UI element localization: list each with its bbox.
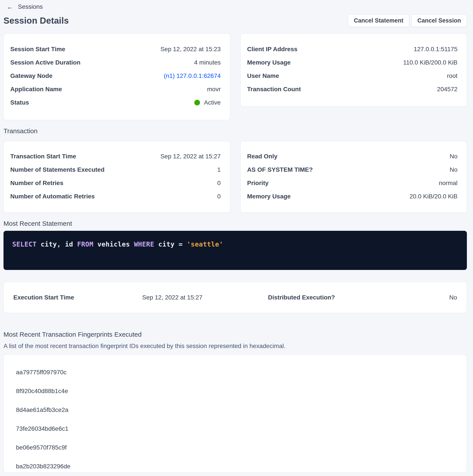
row-session-active-duration: Session Active Duration 4 minutes — [10, 56, 221, 69]
sql-keyword: WHERE — [134, 240, 158, 248]
session-details-page: ← Sessions Session Details Cancel Statem… — [0, 0, 473, 473]
transaction-left-card: Transaction Start Time Sep 12, 2022 at 1… — [3, 141, 230, 213]
action-buttons: Cancel Statement Cancel Session — [348, 15, 467, 27]
row-user-name: User Name root — [247, 69, 458, 83]
row-label: Number of Statements Executed — [10, 166, 104, 173]
client-info-card: Client IP Address 127.0.0.1:51175 Memory… — [240, 34, 467, 106]
row-value: No — [450, 153, 457, 160]
gateway-node-link[interactable]: (n1) 127.0.0.1:62674 — [164, 72, 221, 79]
row-transaction-start-time: Transaction Start Time Sep 12, 2022 at 1… — [10, 150, 221, 163]
back-arrow-icon: ← — [7, 3, 14, 10]
row-value: 204572 — [437, 86, 457, 93]
row-label: Client IP Address — [247, 46, 297, 53]
row-value: Sep 12, 2022 at 15:23 — [161, 46, 221, 53]
row-value: movr — [207, 86, 221, 93]
row-label: Gateway Node — [10, 72, 52, 79]
sql-text: city = — [158, 240, 187, 248]
row-txn-memory-usage: Memory Usage 20.0 KiB/20.0 KiB — [247, 190, 458, 203]
row-value: 127.0.0.1:51175 — [414, 46, 457, 53]
row-value: No — [449, 294, 457, 301]
row-automatic-retries: Number of Automatic Retries 0 — [10, 190, 221, 203]
row-label: Number of Automatic Retries — [10, 193, 95, 200]
row-client-ip: Client IP Address 127.0.0.1:51175 — [247, 42, 458, 56]
sql-statement-box: SELECT city, id FROM vehicles WHERE city… — [3, 231, 467, 270]
row-label: Session Active Duration — [10, 59, 81, 66]
row-label: Application Name — [10, 86, 62, 93]
row-transaction-count: Transaction Count 204572 — [247, 83, 458, 96]
row-value: No — [450, 166, 457, 173]
back-link-label: Sessions — [18, 3, 43, 10]
execution-summary-card: Execution Start Time Sep 12, 2022 at 15:… — [3, 282, 467, 313]
fingerprints-section-heading: Most Recent Transaction Fingerprints Exe… — [3, 330, 467, 339]
fingerprint-item: be06e9570f785c9f — [16, 438, 467, 457]
fingerprint-item: 8f920c40d88b1c4e — [16, 382, 467, 401]
row-label: Transaction Start Time — [10, 153, 76, 160]
row-priority: Priority normal — [247, 176, 458, 190]
row-value: Sep 12, 2022 at 15:27 — [161, 153, 221, 160]
sql-keyword: FROM — [77, 240, 98, 248]
sql-text: vehicles — [98, 240, 134, 248]
row-label: User Name — [247, 72, 279, 79]
row-label: Transaction Count — [247, 86, 301, 93]
cancel-statement-button[interactable]: Cancel Statement — [348, 15, 409, 27]
row-label: Memory Usage — [247, 193, 291, 200]
statement-section-heading: Most Recent Statement — [3, 219, 467, 228]
row-label: AS OF SYSTEM TIME? — [247, 166, 313, 173]
row-label: Status — [10, 99, 29, 106]
fingerprint-item: 8d4ae61a5fb3ce2a — [16, 401, 467, 419]
fingerprints-card: aa79775ff097970c 8f920c40d88b1c4e 8d4ae6… — [3, 354, 467, 473]
row-label: Read Only — [247, 153, 277, 160]
row-value: Sep 12, 2022 at 15:27 — [142, 294, 202, 301]
sql-string-literal: 'seattle' — [187, 240, 223, 248]
row-label: Number of Retries — [10, 180, 63, 187]
cancel-session-button[interactable]: Cancel Session — [411, 15, 467, 27]
row-status: Status Active — [10, 96, 221, 109]
row-gateway-node: Gateway Node (n1) 127.0.0.1:62674 — [10, 69, 221, 83]
row-label: Memory Usage — [247, 59, 291, 66]
back-to-sessions-link[interactable]: ← Sessions — [7, 2, 43, 11]
row-value: 1 — [217, 166, 221, 173]
row-value: 20.0 KiB/20.0 KiB — [410, 193, 457, 200]
row-statements-executed: Number of Statements Executed 1 — [10, 163, 221, 176]
row-label: Priority — [247, 180, 269, 187]
row-value: normal — [439, 180, 457, 187]
row-memory-usage: Memory Usage 110.0 KiB/200.0 KiB — [247, 56, 458, 69]
status-active-dot-icon — [194, 100, 200, 105]
distributed-execution-cell: Distributed Execution? No — [268, 294, 457, 301]
session-info-card: Session Start Time Sep 12, 2022 at 15:23… — [3, 34, 230, 120]
row-value: 0 — [217, 193, 221, 200]
status-badge: Active — [194, 99, 221, 106]
status-value: Active — [204, 99, 221, 106]
transaction-section-heading: Transaction — [3, 127, 467, 135]
row-read-only: Read Only No — [247, 150, 458, 163]
session-summary-row: Session Start Time Sep 12, 2022 at 15:23… — [3, 34, 467, 120]
sql-keyword: SELECT — [12, 240, 41, 248]
execution-start-time-cell: Execution Start Time Sep 12, 2022 at 15:… — [13, 294, 202, 301]
row-number-of-retries: Number of Retries 0 — [10, 176, 221, 190]
row-label: Execution Start Time — [13, 294, 74, 301]
row-value: 0 — [217, 180, 221, 187]
fingerprints-section-subtitle: A list of the most recent transaction fi… — [3, 342, 467, 350]
row-session-start-time: Session Start Time Sep 12, 2022 at 15:23 — [10, 42, 221, 56]
title-row: Session Details Cancel Statement Cancel … — [3, 15, 467, 27]
fingerprint-item: aa79775ff097970c — [16, 363, 467, 382]
transaction-cards-row: Transaction Start Time Sep 12, 2022 at 1… — [3, 141, 467, 213]
page-title: Session Details — [3, 16, 69, 26]
sql-text: city, id — [41, 240, 77, 248]
row-value: 4 minutes — [194, 59, 221, 66]
row-application-name: Application Name movr — [10, 83, 221, 96]
row-value: 110.0 KiB/200.0 KiB — [403, 59, 457, 66]
transaction-right-card: Read Only No AS OF SYSTEM TIME? No Prior… — [240, 141, 467, 213]
row-label: Distributed Execution? — [268, 294, 335, 301]
fingerprint-item: ba2b203b823296de — [16, 457, 467, 476]
row-value: root — [447, 72, 457, 79]
row-label: Session Start Time — [10, 46, 65, 53]
fingerprint-item: 73fe26034bd6e6c1 — [16, 419, 467, 438]
row-as-of-system-time: AS OF SYSTEM TIME? No — [247, 163, 458, 176]
